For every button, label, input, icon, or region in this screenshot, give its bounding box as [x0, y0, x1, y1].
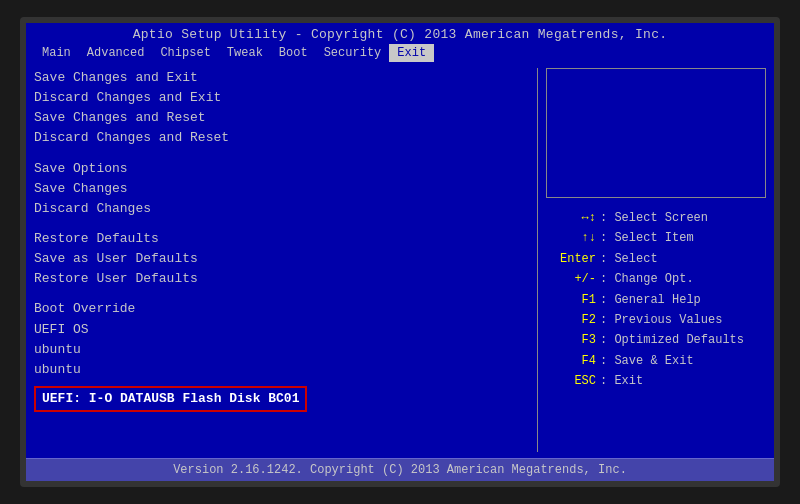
key-label-3: +/-	[546, 269, 596, 289]
save-changes[interactable]: Save Changes	[34, 179, 521, 199]
ubuntu-2[interactable]: ubuntu	[34, 360, 521, 380]
boot-override-section: Boot Override UEFI OS ubuntu ubuntu UEFI…	[34, 299, 521, 412]
tab-advanced[interactable]: Advanced	[79, 44, 153, 62]
defaults-section: Restore Defaults Save as User Defaults R…	[34, 229, 521, 289]
tab-security[interactable]: Security	[316, 44, 390, 62]
key-label-1: ↑↓	[546, 228, 596, 248]
key-label-0: ↔↕	[546, 208, 596, 228]
info-box	[546, 68, 766, 198]
key-desc-4: : General Help	[600, 290, 701, 310]
key-help-row-0: ↔↕ : Select Screen	[546, 208, 766, 228]
discard-changes-reset[interactable]: Discard Changes and Reset	[34, 128, 521, 148]
key-desc-7: : Save & Exit	[600, 351, 694, 371]
key-label-7: F4	[546, 351, 596, 371]
key-desc-5: : Previous Values	[600, 310, 722, 330]
save-changes-reset[interactable]: Save Changes and Reset	[34, 108, 521, 128]
left-panel: Save Changes and Exit Discard Changes an…	[34, 68, 529, 452]
footer-text: Version 2.16.1242. Copyright (C) 2013 Am…	[173, 463, 627, 477]
key-help-row-3: +/- : Change Opt.	[546, 269, 766, 289]
key-help-row-1: ↑↓ : Select Item	[546, 228, 766, 248]
content-area: Save Changes and Exit Discard Changes an…	[26, 62, 774, 458]
title-text: Aptio Setup Utility - Copyright (C) 2013…	[133, 27, 668, 42]
key-label-6: F3	[546, 330, 596, 350]
title-bar: Aptio Setup Utility - Copyright (C) 2013…	[26, 23, 774, 44]
discard-changes-exit[interactable]: Discard Changes and Exit	[34, 88, 521, 108]
key-help-row-2: Enter : Select	[546, 249, 766, 269]
key-label-2: Enter	[546, 249, 596, 269]
usb-boot-highlighted[interactable]: UEFI: I-O DATAUSB Flash Disk BC01	[34, 386, 307, 412]
key-desc-3: : Change Opt.	[600, 269, 694, 289]
tab-exit[interactable]: Exit	[389, 44, 434, 62]
key-help-row-7: F4 : Save & Exit	[546, 351, 766, 371]
save-options-section: Save Options Save Changes Discard Change…	[34, 159, 521, 219]
key-help-row-4: F1 : General Help	[546, 290, 766, 310]
key-desc-1: : Select Item	[600, 228, 694, 248]
key-label-4: F1	[546, 290, 596, 310]
discard-changes[interactable]: Discard Changes	[34, 199, 521, 219]
key-desc-2: : Select	[600, 249, 658, 269]
key-help-row-5: F2 : Previous Values	[546, 310, 766, 330]
save-options-label: Save Options	[34, 161, 128, 176]
key-desc-8: : Exit	[600, 371, 643, 391]
key-label-5: F2	[546, 310, 596, 330]
boot-override-label: Boot Override	[34, 301, 135, 316]
tab-boot[interactable]: Boot	[271, 44, 316, 62]
key-help-row-6: F3 : Optimized Defaults	[546, 330, 766, 350]
restore-defaults[interactable]: Restore Defaults	[34, 229, 521, 249]
nav-tabs: Main Advanced Chipset Tweak Boot Securit…	[26, 44, 774, 62]
bios-screen: Aptio Setup Utility - Copyright (C) 2013…	[20, 17, 780, 487]
vertical-divider	[537, 68, 538, 452]
tab-chipset[interactable]: Chipset	[152, 44, 218, 62]
key-desc-0: : Select Screen	[600, 208, 708, 228]
footer: Version 2.16.1242. Copyright (C) 2013 Am…	[26, 458, 774, 481]
exit-options-section: Save Changes and Exit Discard Changes an…	[34, 68, 521, 149]
save-user-defaults[interactable]: Save as User Defaults	[34, 249, 521, 269]
save-changes-exit[interactable]: Save Changes and Exit	[34, 68, 521, 88]
key-desc-6: : Optimized Defaults	[600, 330, 744, 350]
tab-main[interactable]: Main	[34, 44, 79, 62]
key-help-row-8: ESC : Exit	[546, 371, 766, 391]
right-panel: ↔↕ : Select Screen ↑↓ : Select Item Ente…	[546, 68, 766, 452]
ubuntu-1[interactable]: ubuntu	[34, 340, 521, 360]
key-help: ↔↕ : Select Screen ↑↓ : Select Item Ente…	[546, 204, 766, 396]
key-label-8: ESC	[546, 371, 596, 391]
uefi-os[interactable]: UEFI OS	[34, 320, 521, 340]
tab-tweak[interactable]: Tweak	[219, 44, 271, 62]
restore-user-defaults[interactable]: Restore User Defaults	[34, 269, 521, 289]
